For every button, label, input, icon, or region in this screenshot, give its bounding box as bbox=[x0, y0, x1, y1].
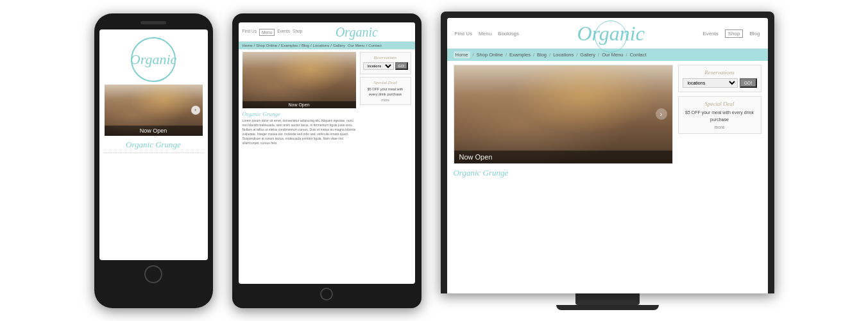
tablet-special-text: $5 OFF your meal with every drink purcha… bbox=[363, 86, 408, 97]
monitor-header: Find Us Menu Bookings Organic Events Sho… bbox=[455, 22, 760, 45]
tab-shop-online[interactable]: Shop Online bbox=[256, 44, 277, 47]
monitor-nav-gallery[interactable]: Gallery bbox=[580, 52, 595, 58]
sep2: / bbox=[278, 44, 280, 47]
tablet-shop[interactable]: Shop bbox=[293, 29, 302, 36]
tablet-special-title: Special Deal bbox=[363, 80, 408, 85]
monitor-device: Find Us Menu Bookings Organic Events Sho… bbox=[441, 12, 774, 293]
tablet-body: Now Open Organic Grunge Lorem ipsum dolo… bbox=[239, 49, 415, 148]
monitor-hero-arrow[interactable]: › bbox=[656, 108, 667, 120]
monitor-find-us[interactable]: Find Us bbox=[455, 31, 473, 37]
tablet-hero: Now Open bbox=[243, 52, 356, 108]
tab-home[interactable]: Home bbox=[243, 44, 253, 47]
tablet-find-us[interactable]: Find Us bbox=[243, 29, 257, 36]
tablet-logo: Organic bbox=[302, 25, 411, 40]
monitor-go-button[interactable]: GO! bbox=[740, 78, 757, 88]
phone-device: Organic › Now Open Organic Grunge bbox=[94, 13, 213, 308]
phone-speaker bbox=[140, 21, 166, 24]
tab-blog[interactable]: Blog bbox=[302, 44, 309, 47]
tablet-hero-image bbox=[243, 52, 356, 108]
tablet-more-link[interactable]: more bbox=[363, 98, 408, 102]
monitor-hero: › Now Open bbox=[454, 65, 673, 164]
monitor-nav-left: Find Us Menu Bookings bbox=[455, 31, 520, 37]
monitor-nav-right: Events Shop Blog bbox=[702, 29, 760, 38]
tab-locations[interactable]: Locations bbox=[313, 44, 330, 47]
tab-gallery[interactable]: Gallery bbox=[333, 44, 345, 47]
tablet-menu[interactable]: Menu bbox=[259, 29, 275, 36]
tablet-reservations: Reservations locations GO! bbox=[360, 52, 411, 74]
monitor-nav-examples[interactable]: Examples bbox=[509, 52, 531, 58]
monitor-nav-contact[interactable]: Contact bbox=[630, 52, 647, 58]
monitor-locations-select[interactable]: locations bbox=[683, 78, 738, 88]
phone-hero: › Now Open bbox=[105, 85, 203, 136]
monitor-nav-blog[interactable]: Blog bbox=[537, 52, 547, 58]
sep1: / bbox=[254, 44, 255, 47]
monitor-nav-shop-online[interactable]: Shop Online bbox=[477, 52, 503, 58]
monitor-special-text: $5 OFF your meal with every drink purcha… bbox=[683, 109, 757, 123]
sep6: / bbox=[366, 44, 368, 47]
monitor-main: › Now Open Organic Grunge bbox=[454, 65, 673, 178]
phone-logo-circle: Organic bbox=[131, 37, 176, 82]
monitor-events[interactable]: Events bbox=[702, 31, 718, 37]
monitor-sidebar: Reservations locations GO! Special Deal … bbox=[678, 65, 762, 178]
monitor-special-deal: Special Deal $5 OFF your meal with every… bbox=[678, 96, 762, 134]
monitor-stand bbox=[575, 293, 640, 305]
monitor-container: Find Us Menu Bookings Organic Events Sho… bbox=[441, 12, 774, 310]
monitor-nav-our-menu[interactable]: Our Menu bbox=[602, 52, 623, 58]
tablet-res-row: locations GO! bbox=[363, 62, 408, 70]
monitor-base bbox=[556, 305, 659, 310]
monitor-nav-home[interactable]: Home bbox=[454, 51, 470, 58]
monitor-header-wrapper: Find Us Menu Bookings Organic Events Sho… bbox=[447, 18, 768, 49]
tablet-device: Find Us Menu Events Shop Organic Home / … bbox=[232, 13, 421, 308]
tablet-events[interactable]: Events bbox=[277, 29, 290, 36]
tablet-main: Now Open Organic Grunge Lorem ipsum dolo… bbox=[243, 52, 356, 145]
sep5: / bbox=[330, 44, 332, 47]
phone-screen: Organic › Now Open Organic Grunge bbox=[99, 29, 208, 260]
tablet-sidebar: Reservations locations GO! Special Deal … bbox=[360, 52, 411, 145]
tablet-lorem-text: Lorem ipsum dolor sit amet, consectetur … bbox=[243, 119, 356, 145]
monitor-menu[interactable]: Menu bbox=[479, 31, 491, 37]
sep3: / bbox=[299, 44, 300, 47]
monitor-blog[interactable]: Blog bbox=[749, 31, 760, 37]
monitor-more-link[interactable]: more bbox=[683, 125, 757, 129]
tablet-grunge-title: Organic Grunge bbox=[243, 111, 356, 117]
tab-our-menu[interactable]: Our Menu bbox=[348, 44, 365, 47]
monitor-shop[interactable]: Shop bbox=[725, 29, 744, 38]
tab-contact[interactable]: Contact bbox=[368, 44, 382, 47]
phone-hero-label: Now Open bbox=[105, 126, 203, 136]
monitor-logo-area: Organic bbox=[572, 22, 649, 45]
monitor-res-row: locations GO! bbox=[683, 78, 757, 88]
tablet-hero-label: Now Open bbox=[243, 101, 356, 108]
tablet-home-button[interactable] bbox=[320, 288, 333, 300]
monitor-logo-circle bbox=[595, 21, 627, 53]
tablet-header: Find Us Menu Events Shop Organic bbox=[239, 22, 415, 42]
monitor-bookings[interactable]: Bookings bbox=[498, 31, 519, 37]
phone-subtitle: Organic Grunge bbox=[105, 140, 203, 153]
phone-logo: Organic bbox=[130, 51, 177, 68]
phone-home-button[interactable] bbox=[144, 265, 162, 283]
tablet-res-title: Reservations bbox=[363, 55, 408, 60]
monitor-reservations: Reservations locations GO! bbox=[678, 65, 762, 92]
tablet-nav-bar: Home / Shop Online / Examples / Blog / L… bbox=[239, 42, 415, 49]
monitor-hero-image bbox=[454, 65, 672, 163]
tab-examples[interactable]: Examples bbox=[281, 44, 298, 47]
tablet-screen: Find Us Menu Events Shop Organic Home / … bbox=[239, 22, 415, 284]
phone-content: Organic › Now Open Organic Grunge bbox=[99, 29, 208, 158]
monitor-nav-locations[interactable]: Locations bbox=[553, 52, 574, 58]
monitor-res-title: Reservations bbox=[683, 69, 757, 76]
sep4: / bbox=[311, 44, 312, 47]
tablet-go-button[interactable]: GO! bbox=[395, 62, 408, 70]
monitor-body: › Now Open Organic Grunge Reservations l… bbox=[447, 61, 768, 182]
tablet-nav-left: Find Us Menu Events Shop bbox=[243, 29, 303, 36]
phone-hero-arrow[interactable]: › bbox=[191, 106, 200, 115]
monitor-screen: Find Us Menu Bookings Organic Events Sho… bbox=[447, 18, 768, 293]
monitor-special-title: Special Deal bbox=[683, 101, 757, 107]
monitor-grunge-title: Organic Grunge bbox=[454, 168, 673, 178]
tablet-special-deal: Special Deal $5 OFF your meal with every… bbox=[360, 77, 411, 106]
monitor-hero-label: Now Open bbox=[454, 151, 672, 163]
tablet-locations-select[interactable]: locations bbox=[363, 62, 394, 70]
